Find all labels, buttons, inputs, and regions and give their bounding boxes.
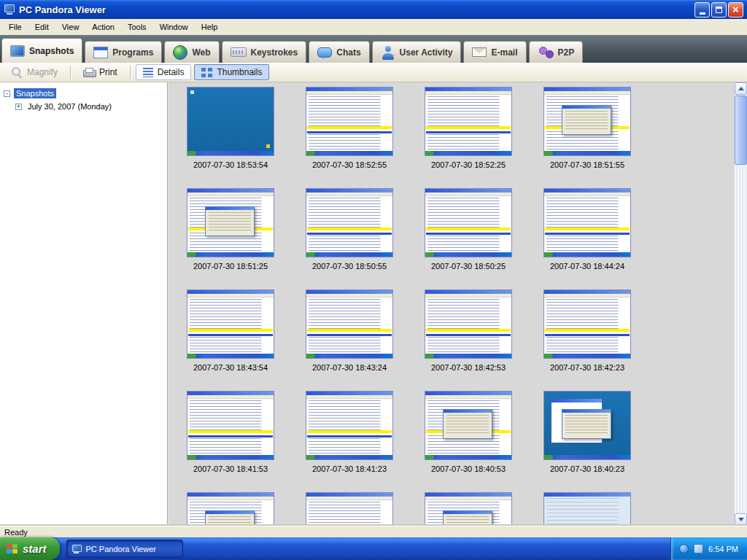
snapshot-thumbnail[interactable] [187, 87, 274, 156]
arrow-down-icon [738, 518, 744, 521]
snapshot-thumbnail[interactable] [187, 492, 274, 526]
content-area: Snapshots July 30, 2007 (Monday) 2007-07… [0, 82, 747, 526]
snapshot-thumbnail[interactable] [543, 87, 631, 156]
snapshot-thumbnail[interactable] [425, 391, 512, 460]
snapshot-item[interactable] [187, 492, 274, 526]
scroll-up-button[interactable] [735, 82, 747, 95]
tab-label: P2P [558, 47, 575, 58]
app-icon [4, 4, 15, 15]
globe-icon [173, 45, 187, 60]
snapshot-thumbnail[interactable] [425, 492, 512, 526]
snapshot-item[interactable]: 2007-07-30 18:50:55 [306, 188, 393, 271]
snapshot-item[interactable]: 2007-07-30 18:41:23 [306, 391, 393, 474]
snapshot-item[interactable]: 2007-07-30 18:51:25 [187, 188, 274, 271]
tab-label: Chats [336, 47, 360, 58]
snapshot-item[interactable]: 2007-07-30 18:40:53 [425, 391, 512, 474]
snapshot-thumbnail[interactable] [543, 289, 631, 359]
collapse-icon[interactable] [4, 90, 10, 97]
snapshot-thumbnail[interactable] [543, 492, 631, 526]
tree-node-snapshots[interactable]: Snapshots [14, 88, 56, 98]
windows-flag-icon [7, 544, 18, 554]
maximize-button[interactable] [711, 2, 727, 18]
snapshot-item[interactable]: 2007-07-30 18:41:53 [187, 391, 274, 474]
snapshot-item[interactable] [306, 492, 393, 526]
snapshot-item[interactable]: 2007-07-30 18:42:53 [425, 289, 512, 373]
menu-item-view[interactable]: View [55, 20, 86, 34]
snapshot-thumbnail[interactable] [306, 289, 393, 359]
snapshot-item[interactable]: 2007-07-30 18:52:25 [425, 87, 512, 170]
minimize-button[interactable] [694, 2, 710, 18]
snapshot-thumbnail[interactable] [187, 391, 274, 460]
toolbar-separator [130, 66, 131, 79]
vertical-scrollbar[interactable] [735, 82, 747, 526]
snapshot-thumbnail[interactable] [306, 391, 393, 460]
tab-label: Programs [112, 47, 153, 58]
tray-icon[interactable] [694, 544, 703, 553]
details-icon [143, 68, 153, 77]
close-button[interactable] [728, 2, 743, 18]
snapshot-item[interactable]: 2007-07-30 18:52:55 [306, 87, 393, 170]
snapshot-item[interactable]: 2007-07-30 18:44:24 [543, 188, 631, 271]
window-title: PC Pandora Viewer [19, 4, 694, 15]
magnify-icon [12, 67, 23, 78]
tree-row-date: July 30, 2007 (Monday) [0, 100, 167, 113]
snapshot-timestamp: 2007-07-30 18:41:23 [306, 464, 393, 474]
snapshot-item[interactable]: 2007-07-30 18:50:25 [425, 188, 512, 271]
thumbnails-button[interactable]: Thumbnails [194, 64, 269, 80]
tab-label: E-mail [491, 47, 517, 58]
tab-bar: SnapshotsProgramsWebKeystrokesChatsUser … [0, 35, 747, 63]
p2p-icon [538, 46, 554, 59]
snapshot-thumbnail[interactable] [543, 188, 631, 257]
tab-chats[interactable]: Chats [309, 41, 369, 63]
tab-label: User Activity [400, 47, 453, 58]
snapshot-thumbnail[interactable] [425, 188, 512, 257]
expand-icon[interactable] [15, 104, 22, 110]
snapshot-item[interactable]: 2007-07-30 18:51:55 [543, 87, 631, 170]
menu-item-window[interactable]: Window [153, 20, 195, 34]
snapshot-item[interactable] [425, 492, 512, 526]
snapshot-timestamp: 2007-07-30 18:51:25 [187, 262, 274, 271]
snapshot-item[interactable]: 2007-07-30 18:40:23 [543, 391, 631, 474]
snapshot-thumbnail[interactable] [306, 87, 393, 156]
snapshot-item[interactable] [543, 492, 631, 526]
toolbar-button-label: Details [158, 67, 185, 77]
tree-node-date[interactable]: July 30, 2007 (Monday) [26, 101, 114, 112]
taskbar-task-pc-pandora-viewer[interactable]: PC Pandora Viewer [66, 540, 183, 558]
snapshot-thumbnail[interactable] [425, 87, 512, 156]
snapshot-item[interactable]: 2007-07-30 18:43:24 [306, 289, 393, 373]
chat-bubble-icon [317, 47, 332, 58]
menu-item-edit[interactable]: Edit [28, 20, 55, 34]
snapshot-thumbnail[interactable] [306, 492, 393, 526]
tab-snapshots[interactable]: Snapshots [1, 38, 82, 63]
snapshot-thumbnail[interactable] [543, 391, 631, 460]
status-text: Ready [4, 528, 28, 537]
toolbar-separator [70, 66, 71, 79]
tab-programs[interactable]: Programs [85, 41, 162, 63]
tab-keystrokes[interactable]: Keystrokes [222, 41, 307, 63]
menu-item-file[interactable]: File [2, 20, 28, 34]
tab-p2p[interactable]: P2P [529, 41, 584, 63]
tray-icon[interactable] [679, 544, 689, 553]
snapshot-thumbnail[interactable] [187, 289, 274, 359]
details-button[interactable]: Details [136, 64, 192, 80]
clock: 6:54 PM [708, 545, 738, 553]
tab-e-mail[interactable]: E-mail [463, 41, 526, 63]
scrollbar-thumb[interactable] [735, 96, 747, 165]
tab-web[interactable]: Web [164, 41, 219, 63]
start-button[interactable]: start [0, 537, 60, 560]
snapshot-thumbnail[interactable] [187, 188, 274, 257]
menu-item-action[interactable]: Action [85, 20, 121, 34]
snapshot-item[interactable]: 2007-07-30 18:42:23 [543, 289, 631, 373]
tab-user-activity[interactable]: User Activity [372, 41, 462, 63]
print-button[interactable]: Print [76, 64, 125, 80]
snapshot-item[interactable]: 2007-07-30 18:43:54 [187, 289, 274, 373]
magnify-button[interactable]: Magnify [4, 64, 65, 81]
snapshot-thumbnail[interactable] [425, 289, 512, 359]
menu-item-tools[interactable]: Tools [121, 20, 153, 34]
menu-item-help[interactable]: Help [195, 20, 225, 34]
snapshot-item[interactable]: 2007-07-30 18:53:54 [187, 87, 274, 170]
snapshot-thumbnail[interactable] [306, 188, 393, 257]
snapshot-timestamp: 2007-07-30 18:50:55 [306, 262, 393, 271]
menu-bar: FileEditViewActionToolsWindowHelp [0, 19, 747, 35]
scroll-down-button[interactable] [735, 513, 747, 526]
